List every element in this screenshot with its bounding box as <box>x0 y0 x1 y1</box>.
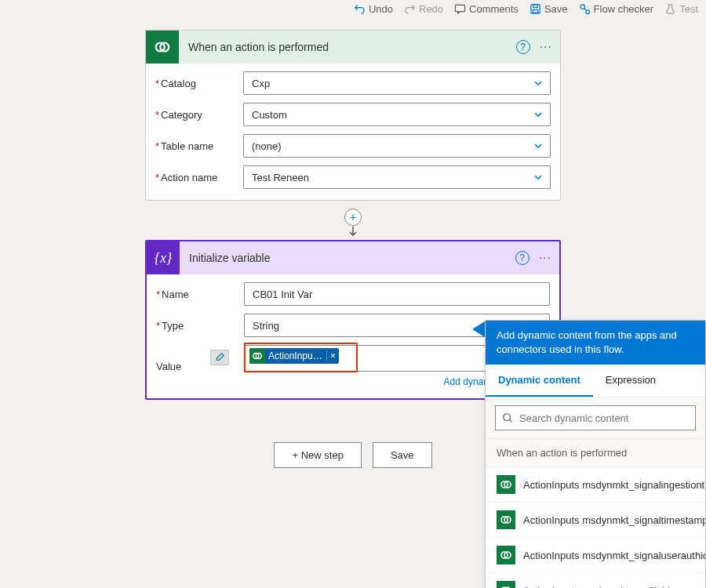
dynamic-token[interactable]: ActionInputs m... × <box>249 348 339 364</box>
table-label: Table name <box>155 140 243 152</box>
arrow-down-icon <box>348 226 358 240</box>
tab-dynamic-content[interactable]: Dynamic content <box>486 365 593 397</box>
chevron-down-icon <box>533 109 544 120</box>
svg-point-10 <box>504 414 511 421</box>
dc-item[interactable]: ActionInputs msdynmkt_signaluserauthid <box>486 538 705 573</box>
name-label: Name <box>156 289 244 300</box>
save-flow-button[interactable]: Save <box>373 442 432 468</box>
search-icon <box>502 412 513 423</box>
redo-button: Redo <box>404 3 443 15</box>
initvar-title: Initialize variable <box>180 252 515 264</box>
catalog-select[interactable]: Cxp <box>243 71 551 95</box>
token-text: ActionInputs m... <box>265 350 326 361</box>
save-icon <box>530 3 541 15</box>
type-label: Type <box>156 320 244 332</box>
svg-rect-2 <box>533 5 538 8</box>
actionname-select[interactable]: Test Reneen <box>243 165 551 189</box>
svg-rect-3 <box>533 9 538 13</box>
test-button: Test <box>664 3 698 15</box>
search-input[interactable] <box>495 405 696 430</box>
help-icon[interactable]: ? <box>515 251 530 265</box>
category-select[interactable]: Custom <box>243 103 551 126</box>
trigger-title: When an action is performed <box>179 41 516 53</box>
chevron-down-icon <box>533 172 544 183</box>
category-label: Category <box>155 109 243 121</box>
more-icon[interactable]: ··· <box>540 40 552 54</box>
dataverse-icon <box>497 546 515 564</box>
svg-point-5 <box>585 10 589 14</box>
comments-button[interactable]: Comments <box>454 3 519 15</box>
trigger-card: When an action is performed ? ··· Catalo… <box>145 30 561 201</box>
save-button[interactable]: Save <box>530 3 568 15</box>
actionname-label: Action name <box>155 172 243 183</box>
checker-label: Flow checker <box>594 3 654 15</box>
dc-item[interactable]: ActionInputs msdynmkt_signalingestiontim… <box>486 467 705 503</box>
connector: + <box>145 209 561 240</box>
redo-label: Redo <box>419 3 443 15</box>
dataverse-icon <box>497 581 515 588</box>
test-label: Test <box>679 3 698 15</box>
table-select[interactable]: (none) <box>243 134 551 158</box>
more-icon[interactable]: ··· <box>539 251 551 265</box>
test-icon <box>664 3 676 15</box>
value-label: Value <box>156 361 244 372</box>
undo-icon <box>354 3 366 15</box>
callout-arrow <box>472 321 485 337</box>
chevron-down-icon <box>533 78 544 89</box>
panel-header: Add dynamic content from the apps and co… <box>486 321 705 365</box>
token-remove-button[interactable]: × <box>326 350 339 361</box>
dataverse-icon <box>146 31 179 64</box>
undo-label: Undo <box>369 3 393 15</box>
comment-icon <box>454 3 466 15</box>
flow-checker-button[interactable]: Flow checker <box>579 3 654 15</box>
undo-button[interactable]: Undo <box>354 3 393 15</box>
help-icon[interactable]: ? <box>516 40 530 54</box>
svg-rect-0 <box>455 5 464 11</box>
add-step-button[interactable]: + <box>344 209 362 226</box>
redo-icon <box>404 3 416 15</box>
catalog-label: Catalog <box>155 78 243 89</box>
comments-label: Comments <box>469 3 519 15</box>
dc-item[interactable]: ActionInputs msdynmkt_profileid <box>486 573 705 588</box>
search-field[interactable] <box>519 412 689 424</box>
new-step-button[interactable]: + New step <box>274 442 361 468</box>
dc-item[interactable]: ActionInputs msdynmkt_signaltimestamp <box>486 503 705 538</box>
name-input[interactable]: CB01 Init Var <box>244 282 550 306</box>
dataverse-icon <box>497 475 515 494</box>
trigger-header[interactable]: When an action is performed ? ··· <box>146 31 560 64</box>
dynamic-content-panel: Add dynamic content from the apps and co… <box>485 320 706 588</box>
save-label: Save <box>544 3 568 15</box>
tab-expression[interactable]: Expression <box>593 365 668 397</box>
dataverse-icon <box>249 348 265 364</box>
panel-section-header: When an action is performed <box>486 439 705 467</box>
variable-icon: {x} <box>147 241 180 274</box>
token-flyout-handle[interactable] <box>210 350 229 365</box>
dataverse-icon <box>497 510 515 529</box>
top-toolbar: Undo Redo Comments Save Flow checker Tes… <box>354 3 698 15</box>
chevron-down-icon <box>533 140 544 151</box>
svg-rect-1 <box>531 5 540 13</box>
checker-icon <box>579 3 591 15</box>
initvar-header[interactable]: {x} Initialize variable ? ··· <box>147 241 559 274</box>
